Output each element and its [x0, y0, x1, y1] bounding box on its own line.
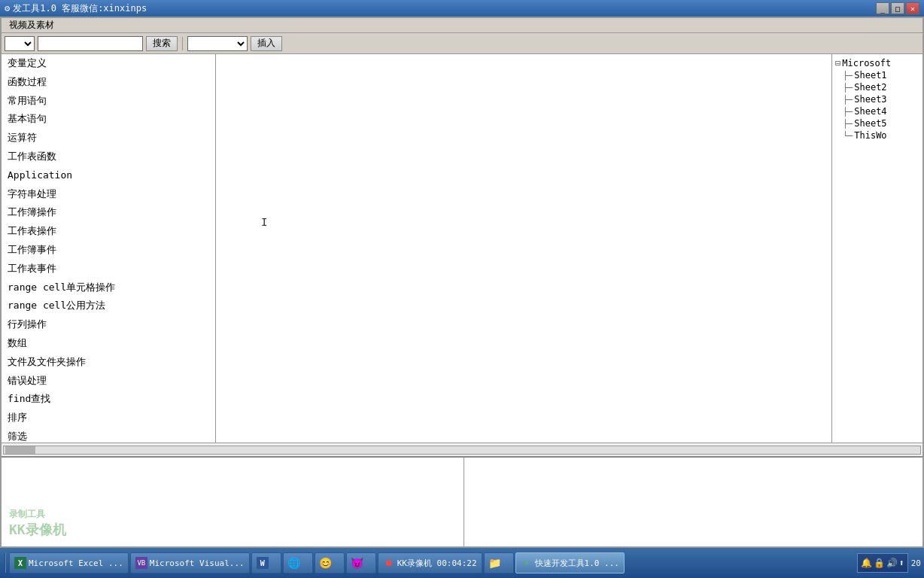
left-panel: 变量定义 函数过程 常用语句 基本语句 运算符 工作表函数 Applicatio…	[2, 54, 216, 443]
list-item[interactable]: 工作表事件	[2, 260, 215, 278]
tree-connector-icon: ├─	[843, 119, 853, 129]
list-item[interactable]: 工作簿事件	[2, 241, 215, 260]
taskbar-item-label: Microsoft Excel ...	[29, 558, 123, 568]
taskbar-item-label: 快速开发工具1.0 ...	[535, 558, 619, 569]
title-bar-left: ⚙ 发工具1.0 客服微信:xinxinps	[5, 2, 147, 15]
sys-tray-icon4: ⬆	[899, 558, 904, 568]
list-item[interactable]: 文件及文件夹操作	[2, 353, 215, 372]
tree-item-sheet2[interactable]: ├─ Sheet2	[843, 81, 919, 93]
list-item[interactable]: 数组	[2, 334, 215, 353]
tree-indent: ├─ Sheet1 ├─ Sheet2 ├─ Sheet3 ├─ Sheet4	[843, 69, 919, 141]
tree-connector-icon: ├─	[843, 107, 853, 117]
sys-tray-icon1: 🔔	[861, 558, 872, 568]
window-icon: ⚙	[5, 3, 10, 14]
app1-icon: 😊	[320, 557, 332, 569]
devtool-icon: ⚡	[521, 557, 533, 569]
left-list[interactable]: 变量定义 函数过程 常用语句 基本语句 运算符 工作表函数 Applicatio…	[2, 54, 215, 443]
list-item[interactable]: 错误处理	[2, 372, 215, 391]
list-item[interactable]: 基本语句	[2, 110, 215, 129]
right-panel: ⊟ Microsoft ├─ Sheet1 ├─ Sheet2 ├─ Sheet…	[832, 54, 922, 443]
list-item[interactable]: 函数过程	[2, 73, 215, 92]
tree-root[interactable]: ⊟ Microsoft	[835, 57, 919, 69]
text-cursor: I	[261, 216, 267, 228]
bottom-area: 录制工具 KK录像机	[2, 456, 922, 546]
list-item[interactable]: 排序	[2, 409, 215, 427]
vb-icon: VB	[135, 557, 147, 569]
taskbar-item-app2[interactable]: 😈	[346, 552, 376, 573]
tree-item-sheet5[interactable]: ├─ Sheet5	[843, 117, 919, 129]
code-editor[interactable]: I	[216, 54, 832, 443]
tree-connector-icon: ├─	[843, 95, 853, 105]
tree-item-sheet4[interactable]: ├─ Sheet4	[843, 105, 919, 117]
list-item[interactable]: find查找	[2, 390, 215, 409]
search-input[interactable]	[38, 36, 143, 51]
search-button[interactable]: 搜索	[146, 36, 178, 51]
h-scrollbar[interactable]	[3, 446, 921, 455]
list-item[interactable]: 工作簿操作	[2, 203, 215, 222]
taskbar-item-excel[interactable]: X Microsoft Excel ...	[9, 552, 129, 573]
clock-time: 20	[911, 558, 921, 568]
tree-connector-icon: └─	[843, 131, 853, 141]
tree-item-label: Sheet3	[854, 94, 886, 105]
list-item[interactable]: 筛选	[2, 427, 215, 443]
taskbar-item-vb[interactable]: VB Microsoft Visual...	[130, 552, 250, 573]
sys-tray: 🔔 🔒 🔊 ⬆	[857, 553, 908, 573]
close-button[interactable]: ✕	[906, 2, 919, 14]
list-item[interactable]: 变量定义	[2, 54, 215, 73]
taskbar-separator	[5, 553, 6, 573]
tree-item-sheet1[interactable]: ├─ Sheet1	[843, 69, 919, 81]
content-area: 变量定义 函数过程 常用语句 基本语句 运算符 工作表函数 Applicatio…	[2, 54, 922, 443]
list-item[interactable]: range cell公用方法	[2, 297, 215, 315]
taskbar-item-word[interactable]: W	[251, 552, 281, 573]
taskbar-item-kk[interactable]: ⏺ KK录像机 00:04:22	[378, 552, 482, 573]
taskbar-item-label: Microsoft Visual...	[150, 558, 245, 568]
tree-root-label: Microsoft	[842, 58, 891, 68]
list-item[interactable]: 工作表操作	[2, 222, 215, 241]
list-item[interactable]: 工作表函数	[2, 148, 215, 166]
list-item[interactable]: range cell单元格操作	[2, 278, 215, 297]
separator	[182, 37, 183, 50]
watermark-line1: 录制工具	[9, 508, 66, 521]
sys-tray-icon3: 🔊	[886, 558, 898, 568]
tree-connector-icon: ├─	[843, 71, 853, 81]
word-icon: W	[257, 557, 269, 569]
tree-container[interactable]: ⊟ Microsoft ├─ Sheet1 ├─ Sheet2 ├─ Sheet…	[832, 54, 922, 443]
tree-expand-icon: ⊟	[835, 58, 840, 68]
taskbar-item-label: KK录像机 00:04:22	[397, 558, 477, 569]
bottom-right-panel[interactable]	[464, 458, 922, 546]
tree-connector-icon: ├─	[843, 83, 853, 93]
toolbar-dropdown1[interactable]	[5, 36, 35, 51]
insert-button[interactable]: 插入	[251, 36, 282, 51]
ie-icon: 🌐	[288, 557, 300, 569]
menu-bar: 视频及素材	[2, 18, 922, 33]
tree-item-sheet3[interactable]: ├─ Sheet3	[843, 93, 919, 105]
tree-item-label: Sheet1	[854, 70, 886, 81]
window-title: 发工具1.0 客服微信:xinxinps	[13, 2, 147, 15]
maximize-button[interactable]: □	[891, 2, 904, 14]
taskbar: X Microsoft Excel ... VB Microsoft Visua…	[0, 548, 924, 578]
list-item[interactable]: 字符串处理	[2, 185, 215, 204]
toolbar-dropdown2[interactable]	[187, 36, 248, 51]
folder-icon: 📁	[489, 557, 501, 569]
bottom-left-panel[interactable]: 录制工具 KK录像机	[2, 458, 464, 546]
list-item[interactable]: 行列操作	[2, 315, 215, 334]
taskbar-item-app1[interactable]: 😊	[315, 552, 345, 573]
toolbar: 搜索 插入	[2, 33, 922, 54]
menu-item-media[interactable]: 视频及素材	[5, 18, 59, 32]
h-scrollbar-thumb[interactable]	[5, 446, 35, 454]
list-item[interactable]: 运算符	[2, 129, 215, 148]
list-item[interactable]: Application	[2, 166, 215, 185]
list-item[interactable]: 常用语句	[2, 92, 215, 111]
taskbar-item-devtool[interactable]: ⚡ 快速开发工具1.0 ...	[515, 552, 625, 573]
taskbar-item-folder[interactable]: 📁	[484, 552, 514, 573]
tree-item-thiswb[interactable]: └─ ThisWo	[843, 129, 919, 141]
h-scrollbar-area	[2, 443, 922, 456]
kk-icon: ⏺	[383, 557, 395, 569]
sys-tray-icon2: 🔒	[874, 558, 885, 568]
tree-item-label: ThisWo	[854, 130, 886, 141]
excel-icon: X	[14, 557, 26, 569]
minimize-button[interactable]: _	[876, 2, 889, 14]
title-bar: ⚙ 发工具1.0 客服微信:xinxinps _ □ ✕	[0, 0, 924, 17]
taskbar-item-ie[interactable]: 🌐	[283, 552, 313, 573]
tree-item-label: Sheet2	[854, 82, 886, 93]
